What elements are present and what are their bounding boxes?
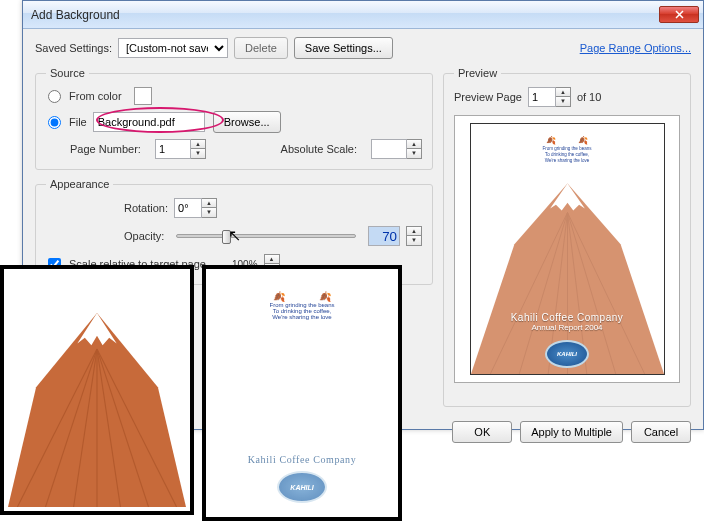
rotation-label: Rotation:: [124, 202, 168, 214]
preview-legend: Preview: [454, 67, 501, 79]
spin-down-icon[interactable]: ▼: [191, 149, 205, 158]
opacity-label: Opacity:: [124, 230, 164, 242]
file-label: File: [69, 116, 87, 128]
page-range-options-link[interactable]: Page Range Options...: [580, 42, 691, 54]
preview-tagline: 🍂 🍂 From grinding the beans To drinking …: [471, 136, 664, 164]
thumb2-tagline: 🍂 🍂 From grinding the beans To drinking …: [210, 291, 394, 320]
delete-button[interactable]: Delete: [234, 37, 288, 59]
saved-settings-label: Saved Settings:: [35, 42, 112, 54]
window-title: Add Background: [31, 8, 659, 22]
ok-button[interactable]: OK: [452, 421, 512, 443]
from-color-radio[interactable]: [48, 90, 61, 103]
opacity-value-input[interactable]: [368, 226, 400, 246]
preview-of-label: of 10: [577, 91, 601, 103]
browse-button[interactable]: Browse...: [213, 111, 281, 133]
appearance-legend: Appearance: [46, 178, 113, 190]
rotation-spinner[interactable]: ▲▼: [174, 198, 217, 218]
apply-multiple-button[interactable]: Apply to Multiple: [520, 421, 623, 443]
preview-company-block: Kahili Coffee Company Annual Report 2004: [471, 312, 664, 332]
close-icon: [675, 10, 684, 19]
page-number-label: Page Number:: [70, 143, 141, 155]
thumb2-logo: KAHILI: [277, 471, 327, 503]
absolute-scale-label: Absolute Scale:: [281, 143, 357, 155]
preview-box: 🍂 🍂 From grinding the beans To drinking …: [454, 115, 680, 383]
from-color-label: From color: [69, 90, 122, 102]
source-fieldset: Source From color File Browse...: [35, 67, 433, 170]
preview-page-spinner[interactable]: ▲▼: [528, 87, 571, 107]
saved-settings-select[interactable]: [Custom-not saved]: [118, 38, 228, 58]
overlay-thumb-mountain: [0, 265, 194, 515]
file-name-input[interactable]: [93, 112, 205, 132]
opacity-slider[interactable]: [176, 234, 356, 238]
slider-thumb[interactable]: [222, 230, 231, 244]
logo-badge: KAHILI: [545, 340, 589, 368]
page-number-spinner[interactable]: ▲▼: [155, 139, 206, 159]
preview-page: 🍂 🍂 From grinding the beans To drinking …: [470, 123, 665, 375]
overlay-thumb-text: 🍂 🍂 From grinding the beans To drinking …: [202, 265, 402, 521]
absolute-scale-spinner[interactable]: ▲▼: [371, 139, 422, 159]
cancel-button[interactable]: Cancel: [631, 421, 691, 443]
save-settings-button[interactable]: Save Settings...: [294, 37, 393, 59]
source-legend: Source: [46, 67, 89, 79]
color-well[interactable]: [134, 87, 152, 105]
preview-fieldset: Preview Preview Page ▲▼ of 10: [443, 67, 691, 407]
preview-page-label: Preview Page: [454, 91, 522, 103]
titlebar: Add Background: [23, 1, 703, 29]
close-button[interactable]: [659, 6, 699, 23]
spin-up-icon[interactable]: ▲: [191, 140, 205, 149]
file-radio[interactable]: [48, 116, 61, 129]
thumb2-company: Kahili Coffee Company: [210, 454, 394, 465]
